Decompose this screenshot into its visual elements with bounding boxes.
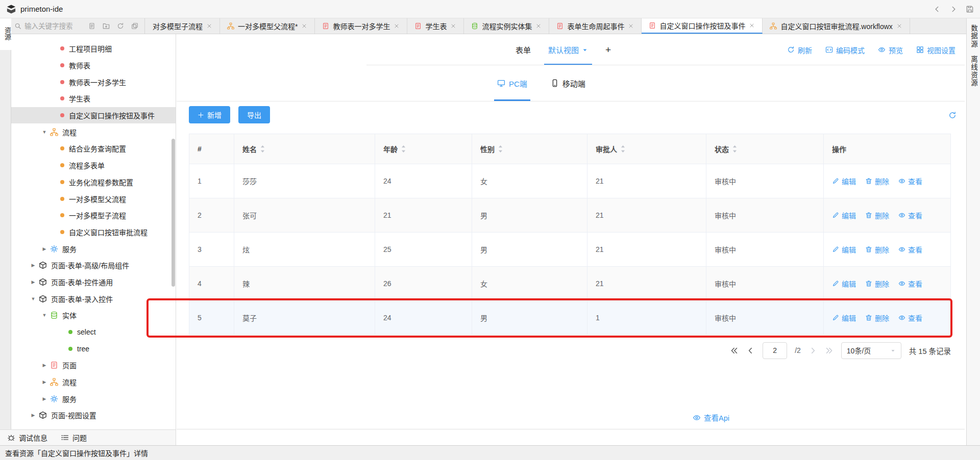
nav-back-icon[interactable] (933, 5, 941, 13)
tree-item[interactable]: ▼实体 (11, 307, 176, 324)
sidebar-scrollbar[interactable] (172, 139, 175, 287)
column-header[interactable]: 姓名 (234, 134, 375, 164)
editor-tab[interactable]: 对多模型子流程 (145, 18, 220, 34)
editor-tab[interactable]: 自定义窗口操作按钮及事件 (642, 18, 763, 34)
overlap-windows-icon[interactable] (131, 22, 138, 30)
close-icon[interactable] (206, 23, 212, 29)
chevron-right-icon[interactable]: ▶ (30, 263, 37, 268)
sort-icon[interactable] (401, 145, 406, 153)
editor-tab[interactable]: 流程实例实体集 (464, 18, 549, 34)
close-icon[interactable] (896, 23, 902, 29)
edit-link[interactable]: 编辑 (832, 176, 856, 186)
sort-icon[interactable] (732, 145, 738, 153)
close-icon[interactable] (628, 23, 634, 29)
close-icon[interactable] (301, 23, 307, 29)
page-size-select[interactable]: 10条/页 (841, 342, 901, 359)
code-mode-button[interactable]: 编码模式 (825, 45, 865, 55)
debug-info-button[interactable]: 调试信息 (7, 432, 47, 443)
chevron-right-icon[interactable]: ▶ (41, 363, 48, 368)
default-view-tab[interactable]: 默认视图 (548, 34, 588, 65)
delete-link[interactable]: 删除 (865, 313, 889, 323)
delete-link[interactable]: 删除 (865, 176, 889, 186)
save-icon[interactable] (966, 5, 974, 13)
column-header[interactable]: 性别 (472, 134, 587, 164)
first-page-button[interactable] (730, 346, 739, 355)
edit-link[interactable]: 编辑 (832, 278, 856, 289)
tree-item[interactable]: 一对多模型子流程 (11, 207, 176, 224)
sort-icon[interactable] (260, 145, 265, 153)
problems-button[interactable]: 问题 (61, 432, 87, 443)
tree-item[interactable]: ▶页面-表单-控件通用 (11, 274, 176, 291)
column-header[interactable]: 年龄 (375, 134, 472, 164)
editor-tab[interactable]: 学生表 (407, 18, 464, 34)
next-page-button[interactable] (808, 346, 817, 355)
chevron-right-icon[interactable]: ▶ (30, 413, 37, 418)
tree-item[interactable]: 教师表一对多学生 (11, 73, 176, 90)
view-link[interactable]: 查看 (898, 176, 922, 186)
tree-item[interactable]: ▶页面-视图设置 (11, 407, 176, 424)
preview-button[interactable]: 预览 (878, 45, 903, 55)
search-input[interactable] (24, 22, 87, 30)
edit-link[interactable]: 编辑 (832, 244, 856, 254)
nav-forward-icon[interactable] (949, 5, 958, 13)
view-settings-button[interactable]: 视图设置 (916, 45, 955, 55)
folder-add-icon[interactable] (103, 22, 110, 30)
chevron-down-icon[interactable]: ▼ (41, 313, 48, 318)
tree-item[interactable]: ▼页面-表单-录入控件 (11, 290, 176, 307)
editor-tab[interactable]: 教师表一对多学生 (315, 18, 407, 34)
tree-item[interactable]: ▶服务 (11, 390, 176, 407)
chevron-down-icon[interactable]: ▼ (30, 296, 37, 301)
table-refresh-icon[interactable] (948, 111, 957, 119)
close-icon[interactable] (749, 22, 755, 29)
delete-link[interactable]: 删除 (865, 278, 889, 289)
page-input[interactable]: 2 (763, 342, 787, 359)
tree-item[interactable]: ▶流程 (11, 374, 176, 391)
prev-page-button[interactable] (746, 346, 755, 355)
view-link[interactable]: 查看 (898, 210, 922, 220)
tree-item[interactable]: ▶页面 (11, 357, 176, 374)
editor-tab[interactable]: 一对多模型父流程* (220, 18, 315, 34)
tree-item[interactable]: 教师表 (11, 57, 176, 74)
sort-icon[interactable] (620, 145, 626, 153)
refresh-button[interactable]: 刷新 (787, 45, 812, 55)
panel-tab-resources[interactable]: 资源 (0, 18, 11, 50)
delete-link[interactable]: 删除 (865, 244, 889, 254)
panel-tab-offline-resources[interactable]: 离线资源 (968, 56, 978, 87)
sort-icon[interactable] (498, 145, 503, 153)
tab-pc[interactable]: PC端 (497, 65, 527, 101)
close-icon[interactable] (394, 23, 400, 29)
tree-item[interactable]: 流程多表单 (11, 157, 176, 174)
column-header[interactable]: 审批人 (587, 134, 706, 164)
close-icon[interactable] (450, 23, 456, 29)
editor-tab[interactable]: 表单生命周起事件 (549, 18, 642, 34)
tab-mobile[interactable]: 移动端 (551, 65, 585, 101)
tree-item[interactable]: select (11, 324, 176, 341)
tree-item[interactable]: ▶页面-表单-高级/布局组件 (11, 257, 176, 274)
close-icon[interactable] (535, 23, 542, 29)
tree-item[interactable]: 业务化流程参数配置 (11, 174, 176, 191)
edit-link[interactable]: 编辑 (832, 313, 856, 323)
tree-item[interactable]: ▶服务 (11, 240, 176, 257)
view-api-link[interactable]: 查看Api (693, 412, 729, 423)
form-tab[interactable]: 表单 (516, 34, 531, 65)
delete-link[interactable]: 删除 (865, 210, 889, 220)
export-button[interactable]: 导出 (238, 106, 270, 123)
tree-item[interactable]: 学生表 (11, 90, 176, 107)
tree-item[interactable]: 一对多模型父流程 (11, 190, 176, 207)
chevron-right-icon[interactable]: ▶ (41, 379, 48, 385)
view-link[interactable]: 查看 (898, 278, 922, 289)
column-header[interactable]: 状态 (706, 134, 824, 164)
tree-item[interactable]: ▼流程 (11, 123, 176, 140)
add-view-button[interactable]: + (605, 34, 611, 65)
view-link[interactable]: 查看 (898, 244, 922, 254)
tree-item[interactable]: 自定义窗口按钮审批流程 (11, 224, 176, 241)
edit-link[interactable]: 编辑 (832, 210, 856, 220)
table-row[interactable]: 5莫子24男1审核中 编辑 删除 查看 (189, 301, 950, 335)
document-icon[interactable] (88, 22, 95, 30)
last-page-button[interactable] (825, 346, 834, 355)
editor-tab[interactable]: 自定义窗口按钮审批流程.workflowx (763, 18, 910, 34)
tree-item[interactable]: 工程项目明细 (11, 40, 176, 57)
tree-item[interactable]: 结合业务查询配置 (11, 140, 176, 157)
table-row[interactable]: 3炫25男21审核中 编辑 删除 查看 (189, 233, 950, 267)
view-link[interactable]: 查看 (898, 313, 922, 323)
